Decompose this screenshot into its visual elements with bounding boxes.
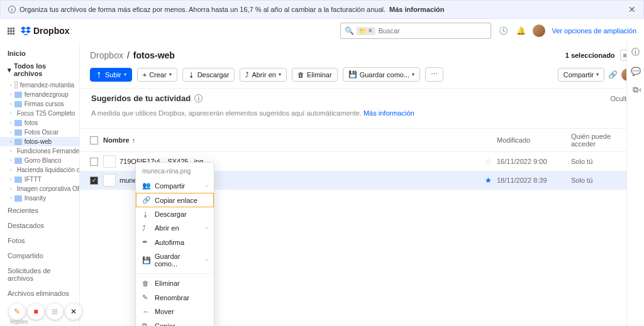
context-menu-item[interactable]: 👥Compartir› xyxy=(136,178,214,193)
context-menu-item[interactable]: ⤴Abrir en› xyxy=(136,221,214,235)
sidebar-item[interactable]: ›Gorro Blanco xyxy=(0,156,79,165)
chevron-right-icon: › xyxy=(10,92,12,97)
sidebar-link[interactable]: Recientes xyxy=(0,203,79,218)
sidebar-home[interactable]: Inicio xyxy=(0,47,79,60)
plus-icon: + xyxy=(143,71,147,79)
apps-grid-icon[interactable] xyxy=(8,28,14,35)
history-icon[interactable]: 🕓 xyxy=(497,25,509,36)
folder-icon xyxy=(14,195,22,202)
sidebar: Inicio ▾Todos los archivos ›fernandez-mu… xyxy=(0,43,79,326)
sidebar-item[interactable]: ›Imagen corporativa OB xyxy=(0,184,79,193)
file-thumb xyxy=(103,155,116,168)
sidebar-section-all-files[interactable]: ▾Todos los archivos xyxy=(0,60,79,80)
fab-close[interactable]: ✕ xyxy=(65,303,82,320)
file-modified: 16/11/2022 9:00 xyxy=(497,158,566,165)
delete-button[interactable]: 🗑Eliminar xyxy=(292,68,338,82)
sidebar-item[interactable]: ›fotos xyxy=(0,118,79,128)
upgrade-link[interactable]: Ver opciones de ampliación xyxy=(552,27,636,35)
sidebar-item[interactable]: ›fotos-web xyxy=(0,137,79,146)
more-button[interactable]: ⋯ xyxy=(425,67,443,82)
menu-item-icon: ↔ xyxy=(142,308,150,315)
save-icon: 💾 xyxy=(348,70,357,79)
dropbox-logo[interactable]: Dropbox xyxy=(21,26,70,36)
sidebar-item[interactable]: ›Fundiciones Fernandez xyxy=(0,146,79,156)
sidebar-item[interactable]: ›fernandez-mutantia xyxy=(0,80,79,90)
download-button[interactable]: ⭳Descargar xyxy=(182,68,235,82)
breadcrumb-root[interactable]: Dropbox xyxy=(90,50,123,60)
info-icon[interactable]: i xyxy=(194,94,203,102)
context-menu-item[interactable]: 🔗Copiar enlace xyxy=(136,193,214,207)
trash-icon: 🗑 xyxy=(297,71,304,79)
file-thumb xyxy=(103,174,116,187)
context-menu-item[interactable]: 🗑Eliminar xyxy=(136,276,214,290)
col-name[interactable]: Nombre xyxy=(103,136,130,144)
row-checkbox[interactable]: ✓ xyxy=(90,177,98,185)
context-menu-item[interactable]: ⭳Descargar xyxy=(136,207,214,221)
comments-icon[interactable]: 💬 xyxy=(631,67,641,76)
sidebar-item[interactable]: ›Insanity xyxy=(0,193,79,203)
context-menu-title: muneca-nina.png xyxy=(136,165,214,178)
avatar[interactable] xyxy=(533,24,545,37)
search-input[interactable] xyxy=(378,27,487,35)
search-box[interactable]: 🔍 📁✕ xyxy=(340,23,491,39)
bell-icon[interactable]: 🔔 xyxy=(515,25,526,36)
chevron-right-icon: › xyxy=(10,186,12,192)
save-as-button[interactable]: 💾Guardar como...▾ xyxy=(343,67,420,82)
legal-text: legales xyxy=(10,318,28,325)
fab-grid[interactable]: ⊞ xyxy=(47,303,63,320)
sidebar-link[interactable]: Compartido xyxy=(0,248,79,263)
sidebar-item[interactable]: ›Firmas cursos xyxy=(0,99,79,109)
context-menu-item[interactable]: ✎Renombrar xyxy=(136,290,214,305)
create-button[interactable]: +Crear▾ xyxy=(137,68,177,82)
sidebar-link[interactable]: Destacados xyxy=(0,218,79,233)
banner-close-icon[interactable]: ✕ xyxy=(628,4,636,14)
suggested-section: Sugeridos de tu actividad i Ocultar A me… xyxy=(80,88,644,122)
chip-close-icon[interactable]: ✕ xyxy=(368,28,373,34)
col-modified[interactable]: Modificado xyxy=(497,136,566,144)
sidebar-link[interactable]: Archivos eliminados xyxy=(0,286,79,301)
context-menu-item[interactable]: 💾Guardar como...› xyxy=(136,249,214,271)
sidebar-item[interactable]: ›Hacienda liquidación oscar... xyxy=(0,165,79,175)
menu-item-icon: ✒ xyxy=(142,238,150,246)
breadcrumb-current: fotos-web xyxy=(133,50,175,60)
context-menu-item[interactable]: ↔Mover xyxy=(136,305,214,318)
menu-item-icon: ⤴ xyxy=(142,224,150,232)
context-menu: muneca-nina.png 👥Compartir›🔗Copiar enlac… xyxy=(135,162,214,326)
folder-icon: 📁 xyxy=(359,28,367,35)
select-all-checkbox[interactable] xyxy=(90,136,98,144)
sort-asc-icon[interactable]: ↑ xyxy=(132,136,136,144)
chevron-right-icon: › xyxy=(10,177,12,182)
right-rail: ‹ ⓘ 💬 ⧉ xyxy=(626,41,644,326)
link-icon[interactable]: 🔗 xyxy=(608,70,618,79)
folder-icon xyxy=(14,158,22,164)
open-in-button[interactable]: ⤴Abrir en▾ xyxy=(240,68,287,82)
sidebar-item[interactable]: ›fernandezgroup xyxy=(0,90,79,99)
collapse-rail-icon[interactable]: ‹ xyxy=(639,85,641,94)
sidebar-item[interactable]: ›Focus T25 Completo xyxy=(0,109,79,118)
table-header: Nombre↑ Modificado Quién puede acceder xyxy=(80,128,644,152)
sidebar-item[interactable]: ›Fotos Oscar xyxy=(0,128,79,137)
fab-record[interactable]: ■ xyxy=(28,303,44,320)
menu-item-icon: 🗑 xyxy=(142,280,150,287)
context-menu-item[interactable]: ⧉Copiar xyxy=(136,318,214,326)
sidebar-link[interactable]: Solicitudes de archivos xyxy=(0,263,79,286)
search-filter-chip[interactable]: 📁✕ xyxy=(357,27,375,35)
col-access[interactable]: Quién puede acceder xyxy=(571,133,634,148)
banner-more-link[interactable]: Más información xyxy=(389,6,444,13)
info-panel-icon[interactable]: ⓘ xyxy=(631,46,640,58)
sidebar-item[interactable]: ›IFTTT xyxy=(0,175,79,184)
fab-edit[interactable]: ✎ xyxy=(9,303,25,320)
row-checkbox[interactable] xyxy=(90,158,98,166)
share-button[interactable]: Compartir▾ xyxy=(558,68,604,82)
upload-button[interactable]: ⭱Subir▾ xyxy=(90,68,132,82)
star-icon[interactable]: ★ xyxy=(485,176,492,185)
sidebar-link[interactable]: Fotos xyxy=(0,233,79,248)
floating-controls: ✎ ■ ⊞ ✕ xyxy=(9,303,82,320)
star-icon[interactable]: ☆ xyxy=(485,157,492,166)
chevron-right-icon: › xyxy=(10,195,12,201)
context-menu-item[interactable]: ✒Autofirma xyxy=(136,235,214,249)
suggested-more-link[interactable]: Más información xyxy=(364,109,414,117)
activity-icon[interactable]: ⧉ xyxy=(633,85,638,95)
chevron-right-icon: › xyxy=(206,257,208,263)
suggested-title: Sugeridos de tu actividad xyxy=(91,94,191,103)
